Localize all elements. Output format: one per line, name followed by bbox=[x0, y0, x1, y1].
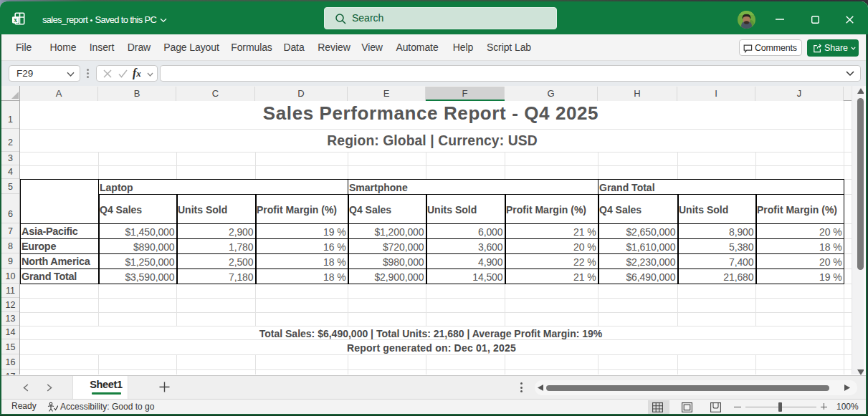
svg-text:x: x bbox=[14, 16, 17, 24]
